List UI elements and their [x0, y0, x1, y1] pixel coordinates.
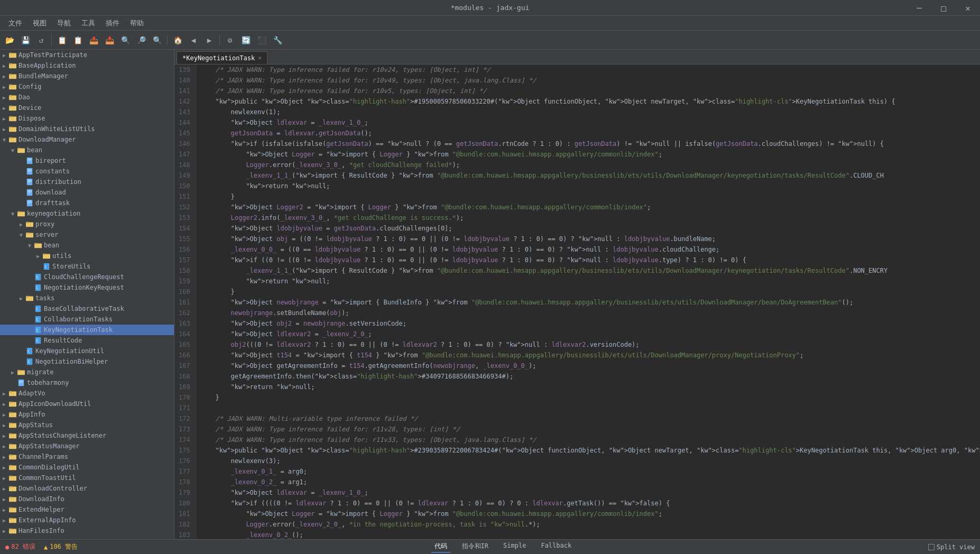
tree-item[interactable]: CCollaborationTasks	[0, 314, 174, 325]
svg-rect-83	[9, 423, 12, 424]
tree-item[interactable]: ▶ChannelParams	[0, 451, 174, 462]
tree-item[interactable]: tobeharmony	[0, 377, 174, 388]
tree-arrow-icon: ▶	[0, 433, 8, 439]
toolbar-decompile[interactable]: ⚙	[223, 33, 237, 48]
tab-close-button[interactable]: ✕	[258, 54, 262, 61]
tab-code[interactable]: 代码	[431, 541, 450, 553]
tree-item[interactable]: ▶AppStatusManager	[0, 441, 174, 451]
toolbar-refresh[interactable]: ↺	[34, 33, 49, 48]
errors-indicator[interactable]: ● 82 错误	[5, 542, 35, 551]
line-content: "kw">Object obj = ((0 != ldobjbyvalue ? …	[196, 234, 980, 244]
tree-item[interactable]: ▶BaseApplication	[0, 60, 174, 71]
code-line-row: 168 getAgreementInfo.then("kw">class="hi…	[174, 371, 980, 382]
tree-item-icon	[8, 410, 17, 419]
menu-view[interactable]: 视图	[29, 17, 51, 30]
tree-item[interactable]: CBaseCollaborativeTask	[0, 303, 174, 314]
tree-item[interactable]: ▶proxy	[0, 219, 174, 229]
tree-item[interactable]: ▶Config	[0, 81, 174, 92]
code-line-row: 139 /* JADX WARN: Type inference failed …	[174, 64, 980, 75]
maximize-button[interactable]: □	[931, 0, 956, 16]
tree-item[interactable]: ▶tasks	[0, 293, 174, 303]
toolbar-zoom-in[interactable]: 🔎	[134, 33, 149, 48]
menu-nav[interactable]: 导航	[53, 17, 75, 30]
tree-item[interactable]: ▼DownloadManager	[0, 134, 174, 145]
tree-item[interactable]: bireport	[0, 155, 174, 166]
menu-plugins[interactable]: 插件	[101, 17, 124, 30]
tree-item[interactable]: ▶migrate	[0, 367, 174, 377]
tree-item[interactable]: download	[0, 187, 174, 198]
split-checkbox[interactable]	[928, 544, 935, 550]
warnings-indicator[interactable]: ▲ 106 警告	[44, 542, 78, 551]
tree-item[interactable]: constants	[0, 166, 174, 177]
tree-item[interactable]: CNegotiationKeyRequest	[0, 282, 174, 293]
file-tree[interactable]: ▶AppTestParticipate▶BaseApplication▶Bund…	[0, 50, 174, 539]
tree-item[interactable]: ▶BundleManager	[0, 71, 174, 81]
tree-item[interactable]: ▶AppIconDownloadUtil	[0, 399, 174, 409]
menu-help[interactable]: 帮助	[126, 17, 148, 30]
toolbar-btn5[interactable]: 🔄	[238, 33, 253, 48]
tree-item[interactable]: ▶AdaptVo	[0, 388, 174, 399]
toolbar-save[interactable]: 💾	[18, 33, 33, 48]
tree-item[interactable]: ▶AppTestParticipate	[0, 50, 174, 60]
close-button[interactable]: ✕	[956, 0, 980, 16]
toolbar-search[interactable]: 🔍	[118, 33, 133, 48]
line-number: 139	[174, 64, 196, 75]
svg-rect-19	[17, 148, 21, 150]
minimize-button[interactable]: ─	[907, 0, 931, 16]
line-number: 160	[174, 287, 196, 297]
tree-item[interactable]: CKeyNegotiationTask	[0, 325, 174, 335]
tree-item[interactable]: CResultCode	[0, 335, 174, 346]
toolbar-btn1[interactable]: 📋	[54, 33, 69, 48]
toolbar-open[interactable]: 📂	[2, 33, 17, 48]
tree-item[interactable]: ▶Dispose	[0, 113, 174, 124]
tree-item[interactable]: CStoreUtils	[0, 261, 174, 272]
tree-item[interactable]: ▶CommonDialogUtil	[0, 462, 174, 473]
tree-item[interactable]: ▶AppStatusChangeListener	[0, 430, 174, 441]
tree-item[interactable]: ▼keynegotiation	[0, 208, 174, 219]
tree-item-label: HanFilesInfo	[19, 527, 64, 534]
code-line-row: 174 /* JADX WARN: Type inference failed …	[174, 435, 980, 445]
tree-item-icon	[25, 167, 34, 176]
toolbar-forward[interactable]: ▶	[202, 33, 217, 48]
tree-item[interactable]: ▶utils	[0, 251, 174, 261]
tree-item[interactable]: ▶AppInfo	[0, 409, 174, 420]
toolbar-btn2[interactable]: 📋	[70, 33, 85, 48]
tree-item[interactable]: ▶Dao	[0, 92, 174, 103]
tab-simple[interactable]: Simple	[500, 541, 529, 553]
tree-item[interactable]: CKeyNegotiationUtil	[0, 346, 174, 356]
tree-item-icon	[8, 505, 17, 514]
tree-item[interactable]: distribution	[0, 177, 174, 187]
tree-item[interactable]: ▶CommonToastUtil	[0, 473, 174, 483]
code-editor[interactable]: 139 /* JADX WARN: Type inference failed …	[174, 64, 980, 539]
menu-tools[interactable]: 工具	[77, 17, 99, 30]
toolbar-btn7[interactable]: 🔧	[270, 33, 285, 48]
tree-item-icon	[8, 61, 17, 70]
tree-item[interactable]: ▶DownloadController	[0, 483, 174, 494]
toolbar-btn6[interactable]: ⬛	[254, 33, 269, 48]
tree-item[interactable]: ▶AppStatus	[0, 420, 174, 430]
toolbar-back[interactable]: ◀	[186, 33, 201, 48]
tree-item[interactable]: ▼bean	[0, 145, 174, 155]
tab-ir[interactable]: 指令和IR	[459, 541, 492, 553]
toolbar-home[interactable]: 🏠	[170, 33, 185, 48]
tree-item[interactable]: ▶ExtendHelper	[0, 504, 174, 515]
tree-item[interactable]: ▶ExternalAppInfo	[0, 515, 174, 525]
line-content: "kw">Object ldobjbyvalue = getJsonData.c…	[196, 223, 980, 234]
tree-item[interactable]: ▶DomainWhiteListUtils	[0, 124, 174, 134]
tree-item[interactable]: CCloudChallengeRequest	[0, 272, 174, 282]
tree-item[interactable]: ▶Device	[0, 103, 174, 113]
menu-file[interactable]: 文件	[4, 17, 26, 30]
toolbar-btn4[interactable]: 📥	[102, 33, 117, 48]
tree-item[interactable]: ▼server	[0, 229, 174, 240]
tree-item-label: BundleManager	[19, 72, 68, 80]
tab-keynegotiationtask[interactable]: *KeyNegotiationTask ✕	[177, 51, 267, 64]
tree-item[interactable]: drafttask	[0, 198, 174, 208]
tree-item[interactable]: ▼bean	[0, 240, 174, 251]
toolbar-btn3[interactable]: 📤	[86, 33, 101, 48]
tree-item[interactable]: ▶DownloadInfo	[0, 494, 174, 504]
tab-fallback[interactable]: Fallback	[538, 541, 575, 553]
toolbar-zoom-out[interactable]: 🔍	[150, 33, 164, 48]
tree-item[interactable]: CNegotiationBiHelper	[0, 356, 174, 367]
tree-item[interactable]: ▶HanFilesInfo	[0, 525, 174, 536]
split-view-toggle[interactable]: Split view	[928, 543, 975, 551]
